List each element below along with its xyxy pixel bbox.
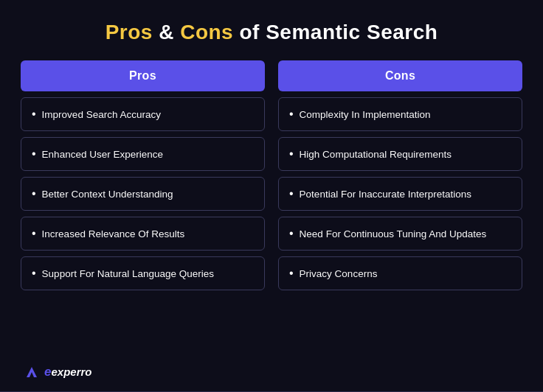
list-item: • Potential For Inaccurate Interpretatio…: [278, 177, 522, 211]
bullet-icon: •: [289, 108, 294, 121]
list-item: • Need For Continuous Tuning And Updates: [278, 217, 522, 251]
list-item: • Improved Search Accuracy: [21, 97, 265, 131]
comparison-table: Pros • Improved Search Accuracy • Enhanc…: [21, 60, 522, 290]
list-item: • Increased Relevance Of Results: [21, 217, 265, 251]
pros-item-2: Enhanced User Experience: [42, 149, 163, 160]
pros-item-5: Support For Natural Language Queries: [42, 268, 214, 279]
bullet-icon: •: [32, 147, 36, 161]
bullet-icon: •: [32, 227, 36, 240]
bullet-icon: •: [289, 147, 294, 161]
bullet-icon: •: [32, 187, 36, 200]
list-item: • Support For Natural Language Queries: [21, 256, 265, 290]
bullet-icon: •: [32, 108, 36, 121]
cons-item-5: Privacy Concerns: [300, 268, 378, 279]
title-separator: &: [153, 21, 180, 43]
list-item: • Better Context Understanding: [21, 177, 265, 211]
cons-item-2: High Computational Requirements: [300, 149, 452, 160]
title-section: Pros & Cons of Semantic Search: [106, 21, 438, 44]
bullet-icon: •: [289, 267, 294, 280]
experro-logo-icon: [24, 364, 40, 380]
list-item: • Enhanced User Experience: [21, 137, 265, 171]
cons-item-3: Potential For Inaccurate Interpretations: [300, 189, 471, 200]
cons-header: Cons: [278, 60, 522, 91]
logo-text: eexperro: [44, 365, 92, 379]
pros-item-1: Improved Search Accuracy: [42, 109, 161, 120]
title-pros: Pros: [106, 21, 153, 43]
bullet-icon: •: [32, 267, 36, 280]
bullet-icon: •: [289, 187, 294, 200]
cons-item-4: Need For Continuous Tuning And Updates: [300, 228, 487, 239]
svg-marker-0: [27, 367, 37, 377]
bullet-icon: •: [289, 227, 294, 240]
list-item: • Complexity In Implementation: [278, 97, 522, 131]
footer: eexperro: [24, 364, 92, 380]
list-item: • High Computational Requirements: [278, 137, 522, 171]
cons-column: Cons • Complexity In Implementation • Hi…: [278, 60, 522, 290]
list-item: • Privacy Concerns: [278, 256, 522, 290]
pros-item-3: Better Context Understanding: [42, 189, 173, 200]
pros-column: Pros • Improved Search Accuracy • Enhanc…: [21, 60, 265, 290]
logo-name: experro: [51, 365, 91, 378]
title-rest: of Semantic Search: [233, 21, 437, 43]
title-cons: Cons: [180, 21, 233, 43]
cons-item-1: Complexity In Implementation: [300, 109, 431, 120]
pros-header: Pros: [21, 60, 265, 91]
pros-item-4: Increased Relevance Of Results: [42, 228, 185, 239]
